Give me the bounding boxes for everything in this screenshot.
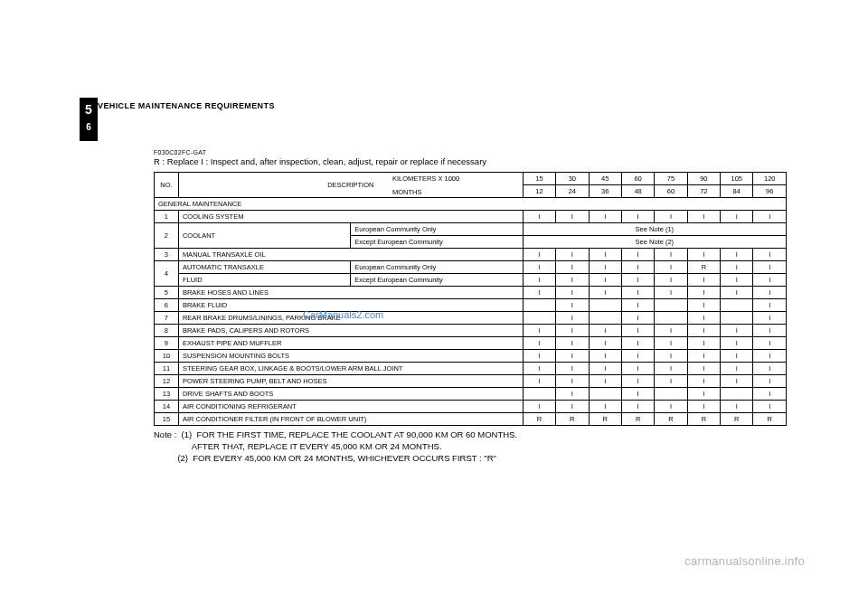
section-label: GENERAL MAINTENANCE (155, 198, 787, 211)
km-30: 30 (556, 173, 589, 185)
watermark-bottom: carmanualsonline.info (684, 554, 805, 568)
maintenance-table-body: GENERAL MAINTENANCE 1 COOLING SYSTEM III… (154, 197, 787, 426)
footnote-line-2: AFTER THAT, REPLACE IT EVERY 45,000 KM O… (154, 441, 787, 453)
chapter-number: 5 (85, 101, 92, 118)
km-120: 120 (753, 173, 787, 185)
table-row: 13 DRIVE SHAFTS AND BOOTS IIII (155, 388, 787, 401)
months-label: MONTHS (392, 188, 422, 196)
col-description: DESCRIPTION (178, 173, 523, 198)
table-row: 5 BRAKE HOSES AND LINES IIIIIIII (155, 287, 787, 299)
table-row: 2 COOLANT European Community Only See No… (155, 223, 787, 236)
page-header: VEHICLE MAINTENANCE REQUIREMENTS (98, 101, 275, 110)
km-90: 90 (687, 173, 720, 185)
mo-60: 60 (655, 185, 687, 198)
watermark-center: CarManuals2.com (303, 309, 383, 320)
table-row: 6 BRAKE FLUID IIII (155, 299, 787, 312)
table-row: 3 MANUAL TRANSAXLE OIL IIIIIIII (155, 249, 787, 261)
mo-24: 24 (556, 185, 589, 198)
table-row: 14 AIR CONDITIONING REFRIGERANT IIIIIIII (155, 401, 787, 413)
km-label: KILOMETERS X 1000 (392, 174, 459, 183)
table-header-row-km: NO. DESCRIPTION 15 30 45 60 75 90 105 12… (155, 173, 787, 185)
km-105: 105 (721, 173, 753, 185)
footnote-line-3: (2) FOR EVERY 45,000 KM OR 24 MONTHS, WH… (154, 453, 787, 465)
mo-96: 96 (753, 185, 787, 198)
km-15: 15 (523, 173, 555, 185)
footnote-line-1: Note : (1) FOR THE FIRST TIME, REPLACE T… (154, 429, 787, 441)
mo-84: 84 (721, 185, 753, 198)
content-area: F030C02FC-GAT R : Replace I : Inspect an… (154, 149, 787, 464)
legend-text: R : Replace I : Inspect and, after inspe… (154, 156, 787, 166)
side-tab: 5 6 (80, 98, 98, 141)
km-45: 45 (589, 173, 621, 185)
mo-36: 36 (589, 185, 621, 198)
mo-72: 72 (687, 185, 720, 198)
section-row: GENERAL MAINTENANCE (155, 198, 787, 211)
km-60: 60 (621, 173, 654, 185)
page-number: 6 (86, 121, 91, 134)
km-75: 75 (655, 173, 687, 185)
table-row: FLUID Except European Community IIIIIIII (155, 274, 787, 287)
mo-12: 12 (523, 185, 555, 198)
table-row: 1 COOLING SYSTEM IIIIIIII (155, 211, 787, 223)
table-row: 7 REAR BRAKE DRUMS/LININGS, PARKING BRAK… (155, 312, 787, 325)
mo-48: 48 (621, 185, 654, 198)
footnote: Note : (1) FOR THE FIRST TIME, REPLACE T… (154, 429, 787, 464)
table-row: 9 EXHAUST PIPE AND MUFFLER IIIIIIII (155, 337, 787, 350)
table-row: 4 AUTOMATIC TRANSAXLE European Community… (155, 261, 787, 274)
table-row: 8 BRAKE PADS, CALIPERS AND ROTORS IIIIII… (155, 325, 787, 337)
maintenance-table: NO. DESCRIPTION 15 30 45 60 75 90 105 12… (154, 172, 787, 198)
document-code: F030C02FC-GAT (154, 149, 787, 156)
table-row: 11 STEERING GEAR BOX, LINKAGE & BOOTS/LO… (155, 363, 787, 375)
col-no: NO. (155, 173, 179, 198)
table-row: 12 POWER STEERING PUMP, BELT AND HOSES I… (155, 375, 787, 388)
table-row: 15 AIR CONDITIONER FILTER (IN FRONT OF B… (155, 413, 787, 426)
table-row: 10 SUSPENSION MOUNTING BOLTS IIIIIIII (155, 350, 787, 363)
